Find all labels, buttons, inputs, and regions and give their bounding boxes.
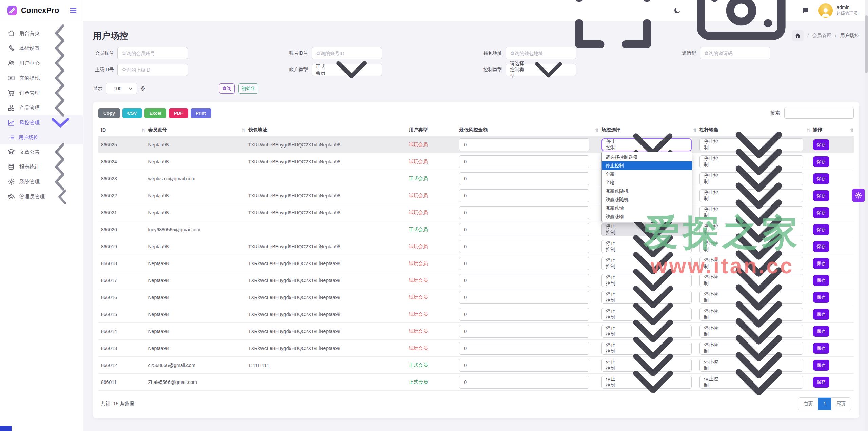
export-print-button[interactable]: Print [191, 108, 211, 118]
min-risk-amount-input[interactable] [459, 376, 589, 389]
export-csv-button[interactable]: CSV [122, 108, 142, 118]
cell-user-type: 试玩会员 [406, 272, 457, 289]
save-button[interactable]: 保存 [813, 258, 829, 269]
min-risk-amount-input[interactable] [459, 138, 589, 151]
filter-input-上级ID号[interactable] [117, 64, 188, 76]
chat-icon[interactable] [802, 7, 809, 14]
column-header-ID[interactable]: ID⇅ [98, 123, 145, 136]
export-pdf-button[interactable]: PDF [169, 108, 188, 118]
cell-id: 866022 [98, 187, 145, 204]
sort-icon[interactable]: ⇅ [595, 127, 599, 132]
export-copy-button[interactable]: Copy [98, 108, 120, 118]
field-control-value: 停止控制 [606, 325, 619, 337]
sort-icon[interactable]: ⇅ [242, 127, 245, 132]
reset-button[interactable]: 初始化 [238, 83, 258, 94]
coins-icon [7, 163, 15, 171]
app-window: ComexPro 后台首页基础设置用户中心充值提现订单管理产品管理风控管理用户场… [0, 0, 868, 431]
save-button[interactable]: 保存 [813, 309, 829, 320]
topbar-icons [562, 0, 809, 61]
leverage-value: 停止控制 [704, 291, 719, 303]
sort-icon[interactable]: ⇅ [693, 127, 697, 132]
cash-icon[interactable] [690, 0, 792, 61]
min-risk-amount-input[interactable] [459, 325, 589, 338]
sidebar-item-管理员管理[interactable]: 管理员管理 [0, 189, 83, 204]
user-type-badge: 试玩会员 [409, 277, 428, 283]
dropdown-option-跌赢涨输[interactable]: 跌赢涨输 [602, 212, 692, 221]
table-row-866011: 866011Zhale5566@gmail.com正式会员停止控制停止控制保存 [98, 374, 854, 391]
save-button[interactable]: 保存 [813, 360, 829, 371]
user-menu[interactable]: admin 超级管理员 [818, 3, 858, 18]
save-button[interactable]: 保存 [813, 139, 829, 150]
save-button[interactable]: 保存 [813, 190, 829, 201]
cell-account: weplus.cc@gmail.com [145, 170, 245, 187]
column-label: 钱包地址 [248, 127, 267, 132]
save-button[interactable]: 保存 [813, 292, 829, 303]
sidebar-item-风控管理[interactable]: 风控管理 [0, 115, 83, 130]
min-risk-amount-input[interactable] [459, 342, 589, 355]
min-risk-amount-input[interactable] [459, 240, 589, 253]
save-button[interactable]: 保存 [813, 224, 829, 235]
cell-user-type: 正式会员 [406, 221, 457, 238]
filter-select-控制类型[interactable]: 请选择控制类型 [506, 64, 576, 76]
user-type-badge: 试玩会员 [409, 142, 428, 147]
min-risk-amount-input[interactable] [459, 172, 589, 185]
dropdown-option-停止控制[interactable]: 停止控制 [602, 161, 692, 170]
min-risk-amount-input[interactable] [459, 359, 589, 372]
min-risk-amount-input[interactable] [459, 308, 589, 321]
leverage-select[interactable]: 停止控制 [699, 376, 803, 389]
per-page-select[interactable]: 100 [106, 83, 137, 94]
min-risk-amount-input[interactable] [459, 155, 589, 168]
min-risk-amount-input[interactable] [459, 274, 589, 287]
column-header-操作[interactable]: 操作⇅ [810, 123, 854, 136]
dropdown-option-涨赢跌输[interactable]: 涨赢跌输 [602, 204, 692, 212]
save-button[interactable]: 保存 [813, 173, 829, 184]
save-button[interactable]: 保存 [813, 343, 829, 354]
save-button[interactable]: 保存 [813, 326, 829, 337]
dropdown-option-全输[interactable]: 全输 [602, 178, 692, 187]
sort-icon[interactable]: ⇅ [142, 127, 145, 132]
field-control-select[interactable]: 停止控制 [601, 376, 692, 389]
dropdown-option-请选择控制选项[interactable]: 请选择控制选项 [602, 153, 692, 161]
query-button[interactable]: 查询 [219, 83, 235, 94]
breadcrumb-item-parent[interactable]: 会员管理 [812, 33, 831, 39]
column-header-最低风控金额[interactable]: 最低风控金额⇅ [456, 123, 599, 136]
leverage-value: 停止控制 [704, 139, 719, 151]
sort-icon[interactable]: ⇅ [807, 127, 810, 132]
save-button[interactable]: 保存 [813, 207, 829, 218]
pagination-page-1[interactable]: 1 [818, 398, 831, 410]
layers-icon [7, 148, 15, 156]
export-excel-button[interactable]: Excel [144, 108, 166, 118]
cell-account: Neptaa98 [145, 204, 245, 221]
dropdown-option-跌赢涨随机[interactable]: 跌赢涨随机 [602, 195, 692, 204]
save-button[interactable]: 保存 [813, 156, 829, 167]
column-header-杠杆输赢[interactable]: 杠杆输赢⇅ [697, 123, 810, 136]
cell-user-type: 试玩会员 [406, 306, 457, 323]
min-risk-amount-input[interactable] [459, 291, 589, 304]
dropdown-option-全赢[interactable]: 全赢 [602, 170, 692, 178]
cell-action: 保存 [810, 357, 854, 374]
scrollbar-thumb[interactable] [865, 15, 868, 73]
user-type-badge: 试玩会员 [409, 260, 428, 266]
sort-icon[interactable]: ⇅ [850, 127, 854, 132]
menu-toggle-icon[interactable] [69, 6, 77, 15]
filter-select-账户类型[interactable]: 正式会员 [312, 64, 382, 76]
settings-fab[interactable] [852, 189, 865, 202]
leverage-value: 停止控制 [704, 240, 719, 253]
min-risk-amount-input[interactable] [459, 257, 589, 270]
cell-user-type: 试玩会员 [406, 289, 457, 306]
min-risk-amount-input[interactable] [459, 206, 589, 219]
moon-icon[interactable] [673, 7, 681, 14]
breadcrumb-item-current: 用户场控 [840, 33, 859, 39]
field-control-value: 停止控制 [606, 359, 619, 371]
save-button[interactable]: 保存 [813, 377, 829, 388]
dropdown-option-涨赢跌随机[interactable]: 涨赢跌随机 [602, 187, 692, 195]
fullscreen-icon[interactable] [562, 0, 664, 61]
pagination-first[interactable]: 首页 [798, 398, 818, 410]
save-button[interactable]: 保存 [813, 275, 829, 286]
filter-input-会员账号[interactable] [117, 47, 188, 59]
min-risk-amount-input[interactable] [459, 189, 589, 202]
save-button[interactable]: 保存 [813, 241, 829, 252]
pagination-last[interactable]: 尾页 [831, 398, 851, 410]
column-header-会员账号[interactable]: 会员账号⇅ [145, 123, 245, 136]
min-risk-amount-input[interactable] [459, 223, 589, 236]
